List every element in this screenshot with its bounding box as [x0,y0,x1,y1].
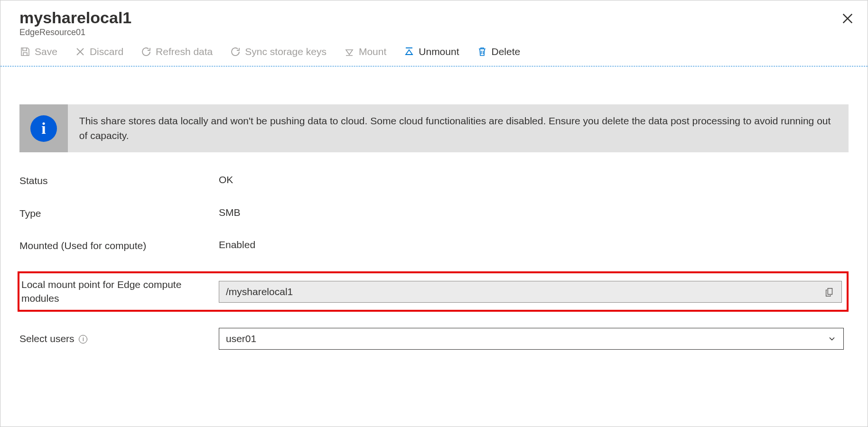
sync-button[interactable]: Sync storage keys [230,46,327,57]
mount-point-field: /mysharelocal1 [219,281,842,303]
sync-label: Sync storage keys [245,46,327,57]
mounted-value: Enabled [219,239,255,251]
mounted-label: Mounted (Used for compute) [19,239,219,252]
status-label: Status [19,174,219,187]
sync-icon [230,46,241,57]
discard-button[interactable]: Discard [75,46,123,57]
toolbar: Save Discard Refresh data Sync storage k… [0,41,868,66]
save-icon [19,46,31,57]
page-title: mysharelocal1 [19,9,849,27]
select-users-dropdown[interactable]: user01 [219,328,844,350]
info-tooltip-icon[interactable]: i [79,335,87,343]
mount-icon [344,46,355,57]
mount-point-label: Local mount point for Edge compute modul… [19,278,219,305]
mount-button[interactable]: Mount [344,46,386,57]
refresh-label: Refresh data [156,46,213,57]
copy-button[interactable] [824,287,835,297]
info-icon: i [30,115,57,142]
save-button[interactable]: Save [19,46,57,57]
unmount-icon [403,46,415,57]
info-icon-box: i [19,104,68,152]
unmount-button[interactable]: Unmount [403,46,459,57]
mount-point-value: /mysharelocal1 [226,286,824,297]
unmount-label: Unmount [419,46,459,57]
select-users-value: user01 [226,333,256,344]
save-label: Save [35,46,57,57]
type-value: SMB [219,207,241,218]
discard-icon [75,46,86,57]
delete-icon [476,46,488,57]
info-banner-text: This share stores data locally and won't… [68,104,849,152]
mount-label: Mount [359,46,386,57]
delete-label: Delete [492,46,521,57]
copy-icon [824,287,835,297]
highlighted-mount-point-row: Local mount point for Edge compute modul… [18,271,849,312]
refresh-icon [140,46,152,57]
delete-button[interactable]: Delete [476,46,521,57]
close-button[interactable] [841,12,854,25]
type-label: Type [19,207,219,220]
chevron-down-icon [827,334,837,343]
status-value: OK [219,174,233,186]
close-icon [841,12,854,25]
page-subtitle: EdgeResource01 [19,28,849,37]
select-users-label: Select users i [19,332,219,345]
info-banner: i This share stores data locally and won… [19,104,849,152]
refresh-button[interactable]: Refresh data [140,46,213,57]
discard-label: Discard [90,46,123,57]
